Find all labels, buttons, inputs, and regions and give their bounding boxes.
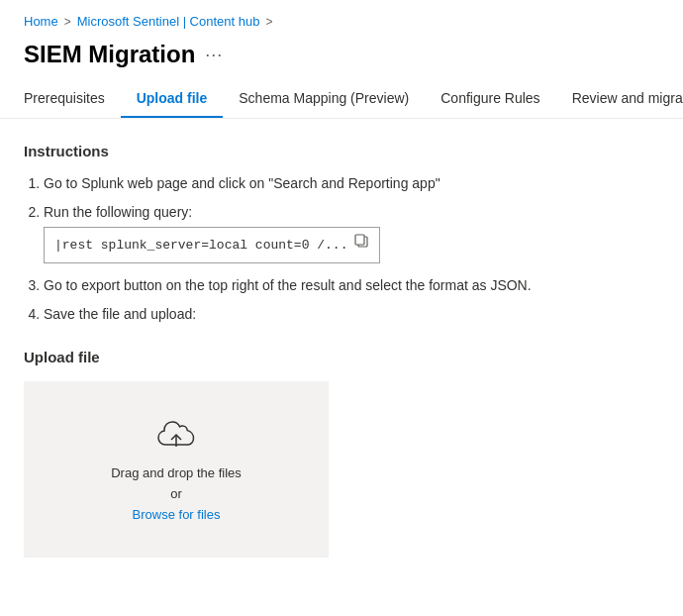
drop-zone[interactable]: Drag and drop the files or Browse for fi… [24, 381, 329, 558]
code-text: |rest splunk_server=local count=0 /... [54, 236, 347, 256]
drop-text: Drag and drop the files [111, 465, 242, 480]
step-2: Run the following query: |rest splunk_se… [44, 202, 659, 267]
breadcrumb: Home > Microsoft Sentinel | Content hub … [0, 0, 683, 37]
main-content: Instructions Go to Splunk web page and c… [0, 119, 683, 558]
tab-bar: Prerequisites Upload file Schema Mapping… [0, 80, 683, 119]
breadcrumb-sep2: > [265, 15, 272, 29]
page-header: SIEM Migration ··· [0, 37, 683, 80]
tab-schema-mapping[interactable]: Schema Mapping (Preview) [223, 80, 425, 118]
page-title: SIEM Migration [24, 41, 195, 68]
upload-section: Upload file Drag and drop the files or B… [24, 349, 659, 558]
instructions-list: Go to Splunk web page and click on "Sear… [24, 173, 659, 325]
instructions-section: Instructions Go to Splunk web page and c… [24, 143, 659, 325]
breadcrumb-sentinel[interactable]: Microsoft Sentinel | Content hub [77, 14, 260, 29]
step-1-text: Go to Splunk web page and click on "Sear… [44, 175, 440, 191]
breadcrumb-home[interactable]: Home [24, 14, 58, 29]
instructions-title: Instructions [24, 143, 659, 159]
step-3: Go to export button on the top right of … [44, 275, 659, 296]
copy-icon[interactable] [353, 233, 369, 257]
svg-rect-1 [355, 235, 364, 245]
tab-configure-rules[interactable]: Configure Rules [425, 80, 555, 118]
tab-review-migrate[interactable]: Review and migrate [556, 80, 683, 118]
upload-title: Upload file [24, 349, 659, 365]
tab-prerequisites[interactable]: Prerequisites [24, 80, 121, 118]
more-options-icon[interactable]: ··· [205, 45, 223, 65]
drop-or-text: or [170, 486, 182, 501]
tab-upload-file[interactable]: Upload file [121, 80, 224, 118]
step-2-text: Run the following query: [44, 204, 192, 220]
cloud-upload-icon [154, 417, 198, 456]
code-box: |rest splunk_server=local count=0 /... [44, 227, 380, 263]
step-3-text: Go to export button on the top right of … [44, 277, 532, 293]
step-4-text: Save the file and upload: [44, 306, 196, 322]
step-4: Save the file and upload: [44, 304, 659, 325]
breadcrumb-sep1: > [64, 15, 71, 29]
browse-link[interactable]: Browse for files [133, 507, 221, 522]
step-1: Go to Splunk web page and click on "Sear… [44, 173, 659, 194]
